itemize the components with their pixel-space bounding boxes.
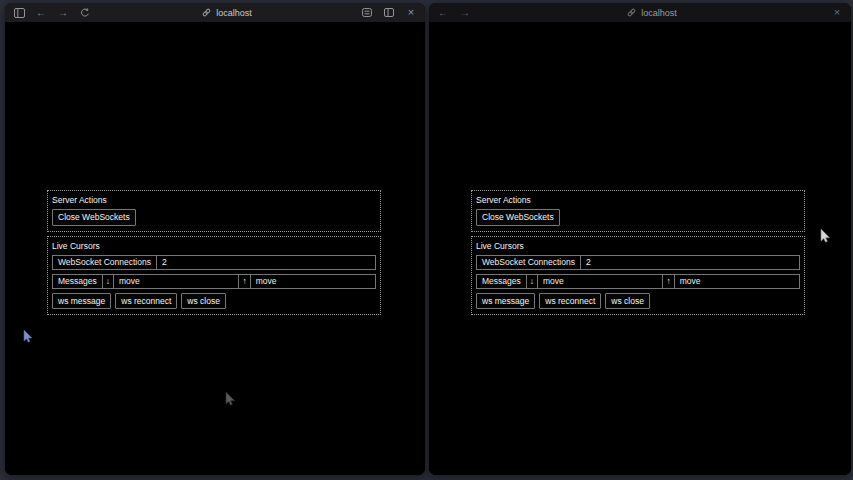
forward-icon[interactable]: →	[57, 7, 69, 19]
browser-window-right: ← → localhost ×	[429, 3, 851, 475]
forward-icon[interactable]: →	[459, 7, 471, 19]
ws-message-button[interactable]: ws message	[476, 293, 535, 310]
messages-label: Messages	[53, 275, 103, 288]
window-title: localhost	[641, 8, 677, 18]
ws-buttons-row: ws message ws reconnect ws close	[52, 293, 376, 310]
split-view-icon[interactable]	[383, 7, 395, 19]
connections-label: WebSocket Connections	[53, 256, 157, 269]
connections-label: WebSocket Connections	[477, 256, 581, 269]
connections-row: WebSocket Connections 2	[476, 255, 800, 270]
address-title: localhost	[625, 7, 677, 19]
server-actions-title: Server Actions	[476, 195, 800, 205]
ws-reconnect-button[interactable]: ws reconnect	[539, 293, 601, 310]
connections-value: 2	[581, 256, 799, 269]
window-title: localhost	[216, 8, 252, 18]
connections-value: 2	[157, 256, 375, 269]
connections-row: WebSocket Connections 2	[52, 255, 376, 270]
server-actions-title: Server Actions	[52, 195, 376, 205]
titlebar-left-controls: ← →	[437, 7, 625, 19]
close-websockets-button[interactable]: Close WebSockets	[52, 209, 136, 226]
server-actions-panel: Server Actions Close WebSockets	[471, 190, 805, 232]
close-websockets-button[interactable]: Close WebSockets	[476, 209, 560, 226]
titlebar-right-controls: ×	[252, 7, 417, 19]
desktop-background: ← → loca	[0, 0, 853, 480]
menu-box-icon[interactable]	[361, 7, 373, 19]
ws-buttons-row: ws message ws reconnect ws close	[476, 293, 800, 310]
down-arrow-icon: ↓	[527, 275, 538, 288]
incoming-message-value: move	[538, 275, 663, 288]
live-cursors-panel: Live Cursors WebSocket Connections 2 Mes…	[47, 236, 381, 316]
ws-close-button[interactable]: ws close	[605, 293, 650, 310]
live-cursors-title: Live Cursors	[52, 241, 376, 251]
messages-row: Messages ↓ move ↑ move	[52, 274, 376, 289]
ws-message-button[interactable]: ws message	[52, 293, 111, 310]
link-icon	[625, 7, 637, 19]
panels-container: Server Actions Close WebSockets Live Cur…	[471, 190, 805, 319]
titlebar-left-controls: ← →	[13, 7, 200, 19]
back-icon[interactable]: ←	[35, 7, 47, 19]
down-arrow-icon: ↓	[103, 275, 114, 288]
close-icon[interactable]: ×	[831, 7, 843, 19]
up-arrow-icon: ↑	[239, 275, 250, 288]
titlebar: ← → loca	[5, 3, 425, 22]
ws-close-button[interactable]: ws close	[181, 293, 226, 310]
page-content: Server Actions Close WebSockets Live Cur…	[5, 22, 425, 475]
outgoing-message-value: move	[251, 275, 375, 288]
sidebar-toggle-icon[interactable]	[13, 7, 25, 19]
live-cursors-title: Live Cursors	[476, 241, 800, 251]
page-content: Server Actions Close WebSockets Live Cur…	[429, 22, 851, 475]
browser-window-left: ← → loca	[5, 3, 425, 475]
address-title: localhost	[200, 7, 252, 19]
incoming-message-value: move	[114, 275, 239, 288]
titlebar-right-controls: ×	[677, 7, 843, 19]
live-cursors-panel: Live Cursors WebSocket Connections 2 Mes…	[471, 236, 805, 316]
server-actions-panel: Server Actions Close WebSockets	[47, 190, 381, 232]
close-icon[interactable]: ×	[405, 7, 417, 19]
reload-icon[interactable]	[79, 7, 91, 19]
link-icon	[200, 7, 212, 19]
up-arrow-icon: ↑	[663, 275, 674, 288]
ws-reconnect-button[interactable]: ws reconnect	[115, 293, 177, 310]
messages-label: Messages	[477, 275, 527, 288]
panels-container: Server Actions Close WebSockets Live Cur…	[47, 190, 381, 319]
outgoing-message-value: move	[675, 275, 799, 288]
titlebar: ← → localhost ×	[429, 3, 851, 22]
messages-row: Messages ↓ move ↑ move	[476, 274, 800, 289]
back-icon[interactable]: ←	[437, 7, 449, 19]
